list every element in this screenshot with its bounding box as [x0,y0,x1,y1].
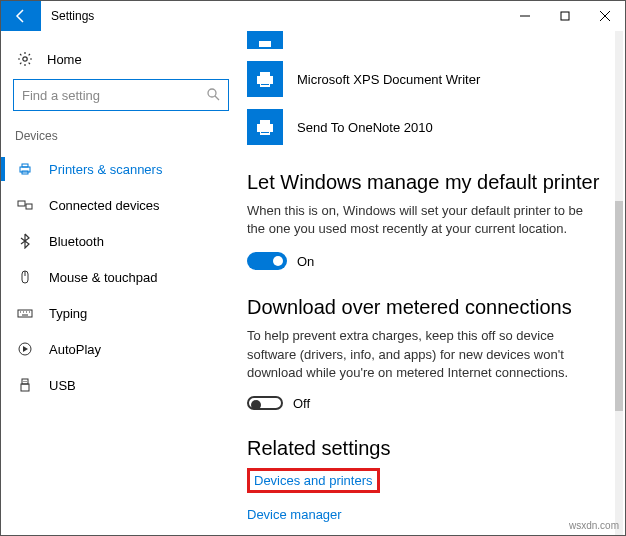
link-device-manager[interactable]: Device manager [247,503,342,526]
svg-rect-10 [18,201,25,206]
metered-body: To help prevent extra charges, keep this… [247,327,603,394]
main-panel: Microsoft XPS Document Writer Send To On… [241,31,625,535]
svg-rect-27 [260,72,270,76]
printer-item-xps[interactable]: Microsoft XPS Document Writer [247,55,603,103]
search-container [1,79,241,125]
svg-rect-14 [18,310,32,317]
maximize-button[interactable] [545,1,585,31]
search-box[interactable] [13,79,229,111]
highlight-marker: Devices and printers [247,468,380,493]
svg-point-5 [208,89,216,97]
autoplay-icon [15,341,35,357]
svg-point-4 [23,57,27,61]
svg-rect-22 [21,384,29,391]
search-input[interactable] [22,88,206,103]
sidebar-item-bluetooth[interactable]: Bluetooth [1,223,241,259]
svg-rect-21 [22,379,28,384]
svg-rect-33 [261,132,269,133]
content-area: Home Devices Printers & scanners Connect… [1,31,625,535]
svg-rect-8 [22,164,28,167]
scroll-thumb[interactable] [615,201,623,411]
printer-label: Microsoft XPS Document Writer [297,72,480,87]
svg-rect-11 [26,204,32,209]
svg-rect-1 [561,12,569,20]
toggle-label: Off [293,396,310,411]
metered-heading: Download over metered connections [247,276,603,327]
connected-devices-icon [15,197,35,213]
mouse-icon [15,269,35,285]
sidebar-item-mouse[interactable]: Mouse & touchpad [1,259,241,295]
printer-item-partial[interactable] [247,31,603,55]
sidebar-item-label: Connected devices [49,198,160,213]
bluetooth-icon [15,233,35,249]
default-printer-toggle-row: On [247,250,603,276]
metered-toggle[interactable] [247,396,283,410]
printer-device-icon [247,109,283,145]
gear-icon [15,51,35,67]
svg-rect-29 [261,84,269,85]
sidebar-item-autoplay[interactable]: AutoPlay [1,331,241,367]
default-printer-heading: Let Windows manage my default printer [247,151,603,202]
default-printer-toggle[interactable] [247,252,287,270]
sidebar-item-label: Typing [49,306,87,321]
link-devices-and-printers[interactable]: Devices and printers [254,473,373,488]
back-button[interactable] [1,1,41,31]
metered-toggle-row: Off [247,394,603,417]
printer-icon [15,161,35,177]
sidebar-item-connected[interactable]: Connected devices [1,187,241,223]
sidebar-item-label: AutoPlay [49,342,101,357]
printer-label: Send To OneNote 2010 [297,120,433,135]
window-title: Settings [41,1,505,31]
keyboard-icon [15,305,35,321]
sidebar-item-label: USB [49,378,76,393]
printer-item-onenote[interactable]: Send To OneNote 2010 [247,103,603,151]
sidebar-item-label: Bluetooth [49,234,104,249]
close-button[interactable] [585,1,625,31]
usb-icon [15,377,35,393]
printer-device-icon [247,61,283,97]
sidebar-item-usb[interactable]: USB [1,367,241,403]
related-heading: Related settings [247,423,603,468]
sidebar-item-label: Mouse & touchpad [49,270,157,285]
title-bar: Settings [1,1,625,31]
svg-rect-31 [260,120,270,124]
svg-line-6 [215,96,219,100]
window-controls [505,1,625,31]
section-label-devices: Devices [1,125,241,151]
toggle-label: On [297,254,314,269]
settings-window: Settings Home Devic [0,0,626,536]
printer-device-icon [247,31,283,49]
home-label: Home [47,52,82,67]
sidebar-item-label: Printers & scanners [49,162,162,177]
search-icon [206,87,220,104]
default-printer-body: When this is on, Windows will set your d… [247,202,603,250]
sidebar: Home Devices Printers & scanners Connect… [1,31,241,535]
svg-rect-25 [259,41,271,47]
home-button[interactable]: Home [1,43,241,79]
minimize-button[interactable] [505,1,545,31]
watermark: wsxdn.com [569,520,619,531]
sidebar-item-typing[interactable]: Typing [1,295,241,331]
sidebar-item-printers[interactable]: Printers & scanners [1,151,241,187]
